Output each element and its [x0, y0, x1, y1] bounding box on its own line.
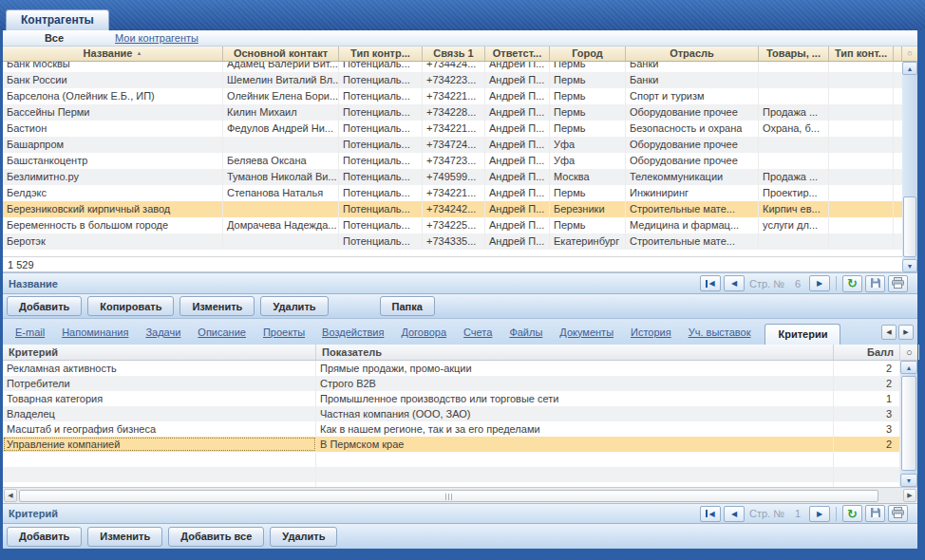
first-page-button[interactable]: ◀: [700, 275, 721, 291]
detail-tab[interactable]: Уч. выставок: [680, 327, 760, 338]
table-row[interactable]: Банк МосквыАдамец Валерий Вит...Потенциа…: [3, 62, 917, 72]
table-row[interactable]: Управление компаниейВ Пермском крае2: [3, 437, 917, 452]
column-header[interactable]: Тип конт...: [829, 47, 894, 61]
table-cell: Инжиниринг: [626, 185, 759, 201]
tab-kontragenty[interactable]: Контрагенты: [6, 9, 109, 30]
column-header[interactable]: Город: [550, 47, 626, 61]
scroll-thumb[interactable]: [901, 376, 916, 471]
scroll-thumb[interactable]: [903, 196, 916, 257]
column-header[interactable]: Название▲: [3, 47, 223, 61]
column-header[interactable]: Балл: [834, 345, 900, 360]
table-cell: Безопасность и охрана: [626, 121, 759, 137]
table-cell: Пермь: [550, 88, 626, 104]
detail-tab[interactable]: Описание: [189, 327, 255, 338]
table-row[interactable]: Березниковский кирпичный заводПотенциаль…: [3, 201, 917, 217]
detail-tab[interactable]: Задачи: [137, 327, 189, 338]
tab-scroll-left-icon[interactable]: ◀: [881, 325, 897, 340]
folder-button[interactable]: Папка: [380, 296, 435, 316]
scroll-up-icon[interactable]: ▲: [902, 62, 917, 75]
column-chooser-icon[interactable]: ○: [900, 345, 919, 360]
lower-vertical-scrollbar[interactable]: ▲ ▼: [900, 361, 917, 487]
lower-table-footer: Критерий ◀ ◀ Стр. № 1 ▶ ↻: [3, 503, 917, 524]
detail-tab[interactable]: Счета: [455, 327, 500, 338]
column-header[interactable]: Связь 1: [423, 47, 485, 61]
detail-tab[interactable]: Файлы: [500, 327, 551, 338]
table-cell: Безлимитно.ру: [3, 169, 223, 185]
prev-page-button[interactable]: ◀: [724, 275, 745, 291]
save-button[interactable]: [865, 505, 885, 522]
horizontal-scrollbar[interactable]: ◀ ▶: [3, 487, 917, 503]
detail-tab[interactable]: E-mail: [7, 327, 53, 338]
table-row[interactable]: Беременность в большом городеДомрачева Н…: [3, 217, 917, 233]
detail-tab-strip: E-mailНапоминанияЗадачиОписаниеПроектыВо…: [3, 319, 917, 345]
toolbar-button[interactable]: Изменить: [87, 527, 162, 547]
column-header[interactable]: Отрасль: [626, 47, 759, 61]
detail-tab[interactable]: Напоминания: [53, 327, 137, 338]
table-row[interactable]: БастионФедулов Андрей Ни...Потенциаль...…: [3, 121, 917, 137]
column-header[interactable]: Ответст...: [485, 47, 550, 61]
table-cell: [829, 62, 894, 72]
tab-criteria-active[interactable]: Критерии: [765, 324, 840, 345]
first-page-button[interactable]: ◀: [700, 506, 721, 522]
tab-scroll-right-icon[interactable]: ▶: [898, 325, 914, 340]
table-row[interactable]: Рекламная активностьПрямые продажи, пром…: [3, 361, 917, 376]
print-button[interactable]: [888, 505, 908, 522]
scroll-right-icon[interactable]: ▶: [903, 489, 916, 502]
toolbar-button[interactable]: Добавить: [7, 296, 82, 316]
column-header[interactable]: Товары, ...: [759, 47, 829, 61]
toolbar-button[interactable]: Удалить: [260, 296, 328, 316]
scroll-left-icon[interactable]: ◀: [4, 489, 17, 502]
table-row[interactable]: Масштаб и география бизнесаКак в нашем р…: [3, 421, 917, 437]
column-header[interactable]: Критерий: [3, 345, 316, 360]
next-page-button[interactable]: ▶: [809, 506, 830, 522]
prev-page-button[interactable]: ◀: [724, 506, 745, 522]
refresh-button[interactable]: ↻: [842, 505, 862, 522]
table-row[interactable]: Банк РоссииШемелин Виталий Вл...Потенциа…: [3, 72, 917, 88]
detail-tab[interactable]: История: [622, 327, 680, 338]
scroll-track[interactable]: [900, 374, 917, 474]
scroll-up-icon[interactable]: ▲: [900, 361, 917, 374]
table-row[interactable]: БашстанкоцентрБеляева ОксанаПотенциаль..…: [3, 153, 917, 169]
toolbar-button[interactable]: Удалить: [270, 527, 337, 547]
toolbar-button[interactable]: Копировать: [87, 296, 174, 316]
table-row[interactable]: БелдэксСтепанова НатальяПотенциаль...+73…: [3, 185, 917, 201]
refresh-button[interactable]: ↻: [842, 275, 862, 292]
scroll-down-icon[interactable]: ▼: [900, 474, 917, 487]
table-row[interactable]: Барселона (Олейник Е.Б., ИП)Олейник Елен…: [3, 88, 917, 104]
toolbar-button[interactable]: Добавить: [7, 527, 82, 547]
scroll-thumb[interactable]: [19, 490, 878, 502]
filter-all-button[interactable]: Все: [3, 32, 105, 44]
next-page-button[interactable]: ▶: [809, 275, 830, 291]
toolbar-button[interactable]: Добавить все: [168, 527, 264, 547]
table-cell: Рекламная активность: [3, 361, 316, 376]
detail-tab[interactable]: Воздействия: [313, 327, 392, 338]
save-icon: [870, 275, 881, 292]
table-cell: Шемелин Виталий Вл...: [223, 72, 339, 88]
scroll-down-icon[interactable]: ▼: [902, 259, 917, 272]
refresh-icon: ↻: [847, 508, 858, 520]
filter-my-counterparties-link[interactable]: Мои контрагенты: [115, 32, 198, 44]
table-row[interactable]: Товарная категорияПромышленное производс…: [3, 391, 917, 406]
save-button[interactable]: [865, 275, 885, 292]
lower-footer-label: Критерий: [3, 508, 58, 519]
detail-tab[interactable]: Документы: [551, 327, 622, 338]
column-header[interactable]: Показатель: [316, 345, 834, 360]
print-button[interactable]: [888, 275, 908, 292]
table-row[interactable]: ПотребителиСтрого B2B2: [3, 376, 917, 391]
column-chooser-icon[interactable]: ○: [902, 47, 917, 61]
table-cell: +734228...: [423, 104, 485, 121]
table-row[interactable]: БашарпромПотенциаль...+734724...Андрей П…: [3, 137, 917, 153]
column-header[interactable]: Тип контр...: [339, 47, 423, 61]
scroll-track[interactable]: [902, 75, 917, 259]
column-header[interactable]: Основной контакт: [223, 47, 339, 61]
toolbar-button[interactable]: Изменить: [179, 296, 255, 316]
detail-tab[interactable]: Договора: [392, 327, 455, 338]
table-cell: Пермь: [550, 104, 626, 121]
table-row[interactable]: БеротэкПотенциаль...+734335...Андрей П..…: [3, 233, 917, 250]
upper-vertical-scrollbar[interactable]: ▲ ▼: [902, 62, 917, 272]
table-row[interactable]: Безлимитно.руТуманов Николай Ви...Потенц…: [3, 169, 917, 185]
detail-tab[interactable]: Проекты: [255, 327, 313, 338]
table-row[interactable]: Бассейны ПермиКилин МихаилПотенциаль...+…: [3, 104, 917, 121]
table-cell: Прямые продажи, промо-акции: [316, 361, 834, 376]
table-row[interactable]: ВладелецЧастная компания (ООО, ЗАО)3: [3, 406, 917, 421]
